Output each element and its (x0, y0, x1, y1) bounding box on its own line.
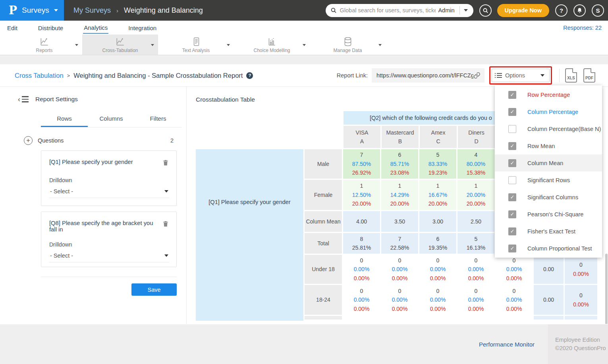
toolbar-text-analysis[interactable]: Text Analysis (158, 35, 234, 55)
report-link-field[interactable]: https://www.questionpro.com/t/lFFCZg (372, 68, 484, 83)
checked-checkbox-icon[interactable]: ✓ (508, 159, 516, 167)
cell-count: 0 (436, 256, 440, 265)
cell-count: 8 (360, 235, 363, 243)
cell-row-percent: 20.00% (467, 191, 485, 199)
search-icon (330, 7, 337, 13)
cell-column-percent: 23.08% (390, 168, 409, 177)
product-switcher[interactable]: P Surveys (0, 0, 64, 21)
cell-column-percent: 0.00% (354, 304, 370, 313)
data-cell (343, 316, 380, 320)
report-url-value[interactable]: https://www.questionpro.com/t/lFFCZg (376, 72, 473, 79)
performance-monitor-link[interactable]: Performance Monitor (479, 341, 535, 348)
data-cell: 00.00%0.00% (381, 255, 418, 284)
option-item-row-mean[interactable]: ✓Row Mean (495, 137, 602, 154)
drilldown-select[interactable]: - Select - (49, 183, 169, 198)
checked-checkbox-icon[interactable]: ✓ (508, 108, 516, 116)
option-item-column-mean[interactable]: ✓Column Mean (495, 154, 602, 171)
account-avatar[interactable]: S (592, 4, 604, 17)
option-item-column-percentage[interactable]: ✓Column Percentage (495, 103, 602, 120)
chevron-down-icon[interactable] (151, 44, 154, 46)
checked-checkbox-icon[interactable]: ✓ (508, 227, 516, 235)
toolbar-manage-data[interactable]: Manage Data (310, 35, 386, 55)
data-cell: 619.35% (419, 233, 456, 254)
report-settings-header: ‹ Report Settings (18, 96, 181, 103)
option-item-label: Column Percentage (527, 109, 578, 115)
row-question-header: [Q1] Please specify your gender (196, 149, 303, 255)
survey-nav: EditDistributeAnalyticsIntegration Respo… (0, 21, 608, 35)
option-item-column-proportional-test[interactable]: ✓Column Proportional Test (495, 240, 602, 257)
data-cell: 00.00%0.00% (381, 285, 418, 315)
chevron-down-icon[interactable] (303, 44, 306, 46)
cell-row-percent: 0.00% (430, 295, 446, 304)
chevron-down-icon[interactable] (378, 44, 382, 46)
options-button[interactable]: Options (492, 69, 550, 82)
row-header: 18-24 (305, 285, 342, 315)
tab-columns[interactable]: Columns (88, 112, 135, 127)
help-button[interactable]: ? (555, 4, 567, 17)
toolbar-cross-tabulation[interactable]: Cross-Tabulation (82, 35, 158, 55)
checked-checkbox-icon[interactable]: ✓ (508, 245, 516, 252)
unchecked-checkbox-icon[interactable] (508, 176, 516, 184)
trash-icon[interactable] (162, 220, 169, 229)
option-item-significant-columns[interactable]: ✓Significant Columns (495, 189, 602, 206)
unchecked-checkbox-icon[interactable] (508, 125, 516, 133)
cell-row-percent: 0.00% (468, 265, 484, 273)
toolbar-label: Text Analysis (182, 48, 210, 53)
data-cell (419, 316, 456, 320)
option-item-significant-rows[interactable]: Significant Rows (495, 171, 602, 189)
trash-icon[interactable] (162, 159, 169, 168)
collapse-panel-button[interactable]: ‹ (18, 96, 29, 103)
database-icon (343, 37, 353, 47)
data-cell: 00.00%0.00% (496, 285, 533, 315)
edition-label: Employee Edition (555, 336, 608, 344)
tab-filters[interactable]: Filters (135, 112, 181, 127)
toolbar-reports[interactable]: Reports (6, 35, 82, 55)
export-xls-button[interactable]: XLS (565, 68, 577, 83)
cell-row-percent: 85.71% (390, 160, 409, 168)
data-cell: 116.67%20.00% (419, 180, 456, 210)
option-item-row-percentage[interactable]: ✓Row Percentage (495, 86, 602, 103)
search-scope-dropdown[interactable] (460, 4, 472, 17)
search-submit-button[interactable] (479, 4, 492, 17)
cell-count: 22.58% (390, 243, 409, 252)
toolbar-label: Cross-Tabulation (102, 48, 138, 53)
nav-tab-integration[interactable]: Integration (127, 22, 157, 33)
option-item-pearson-s-chi-square[interactable]: ✓Pearson's Chi-Square (495, 206, 602, 223)
notifications-button[interactable] (573, 4, 586, 17)
option-item-column-percentage-base-n[interactable]: Column Percentage(Base N) (495, 120, 602, 137)
spacer (196, 111, 344, 125)
data-cell: 120.00%20.00% (457, 180, 494, 210)
breadcrumb-my-surveys[interactable]: My Surveys (73, 6, 111, 15)
global-search-input[interactable] (340, 7, 436, 13)
export-pdf-button[interactable]: PDF (583, 68, 595, 83)
avatar-letter: S (596, 7, 600, 14)
row-question-header (196, 255, 303, 321)
add-question-button[interactable]: + (24, 136, 33, 145)
nav-tab-edit[interactable]: Edit (6, 22, 18, 33)
spacer (196, 126, 344, 148)
option-item-fisher-s-exact-test[interactable]: ✓Fisher's Exact Test (495, 223, 602, 240)
chevron-down-icon[interactable] (75, 44, 78, 46)
checked-checkbox-icon[interactable]: ✓ (508, 142, 516, 150)
nav-tab-distribute[interactable]: Distribute (37, 22, 64, 33)
upgrade-now-button[interactable]: Upgrade Now (497, 4, 549, 17)
cross-tabulation-link[interactable]: Cross Tabulation (15, 72, 64, 79)
checked-checkbox-icon[interactable]: ✓ (508, 91, 516, 99)
vertical-scrollbar[interactable] (605, 254, 608, 324)
drilldown-select[interactable]: - Select - (49, 248, 169, 262)
chevron-down-icon[interactable] (227, 44, 230, 46)
save-button[interactable]: Save (131, 283, 177, 296)
report-help-icon[interactable]: ? (246, 72, 253, 79)
chevron-down-icon (54, 9, 58, 12)
nav-tab-analytics[interactable]: Analytics (83, 21, 108, 34)
report-link-label: Report Link: (337, 72, 368, 79)
checked-checkbox-icon[interactable]: ✓ (508, 210, 516, 218)
checked-checkbox-icon[interactable]: ✓ (508, 193, 516, 201)
toolbar-choice-modelling[interactable]: Choice Modelling (234, 35, 310, 55)
chevron-down-icon (164, 254, 168, 257)
cell-row-percent: 0.00% (506, 265, 522, 273)
link-icon[interactable] (473, 72, 481, 79)
settings-tabs: RowsColumnsFilters (41, 112, 181, 127)
responses-count[interactable]: Responses: 22 (563, 25, 602, 31)
tab-rows[interactable]: Rows (41, 112, 88, 127)
